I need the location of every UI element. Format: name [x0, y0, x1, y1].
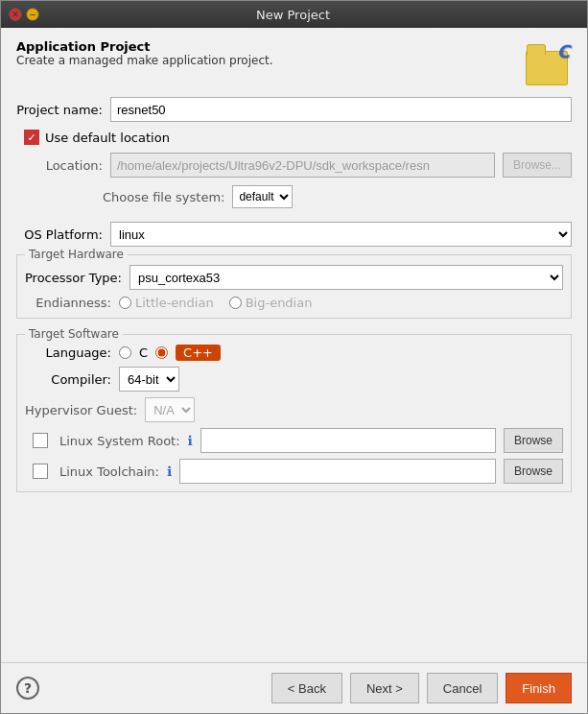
linux-toolchain-label: Linux Toolchain:: [59, 464, 159, 479]
header-section: Application Project Create a managed mak…: [16, 39, 572, 85]
little-endian-radio[interactable]: [119, 297, 131, 309]
footer: ? < Back Next > Cancel Finish: [1, 662, 587, 713]
big-endian-label: Big-endian: [246, 296, 313, 310]
window-title: New Project: [45, 8, 541, 22]
language-c-label: C: [139, 345, 148, 360]
project-icon: C: [526, 39, 572, 85]
location-row: Location: Browse...: [16, 153, 572, 178]
os-platform-label: OS Platform:: [16, 227, 103, 242]
page-title: Application Project: [16, 39, 273, 54]
endianness-radio-group: Little-endian Big-endian: [119, 296, 312, 310]
language-row: Language: C C++: [25, 345, 563, 361]
help-button[interactable]: ?: [16, 677, 39, 700]
language-label: Language:: [25, 345, 111, 360]
use-default-location-label: Use default location: [45, 131, 170, 145]
big-endian-radio[interactable]: [229, 297, 242, 309]
little-endian-label: Little-endian: [135, 296, 214, 310]
linux-sysroot-info-icon[interactable]: ℹ: [188, 433, 193, 448]
target-hardware-section: Target Hardware Processor Type: psu_cort…: [16, 254, 572, 319]
main-content: Application Project Create a managed mak…: [1, 28, 587, 662]
hypervisor-row: Hypervisor Guest: N/A: [25, 397, 563, 422]
compiler-label: Compiler:: [25, 372, 111, 387]
project-name-input[interactable]: [110, 97, 572, 122]
window-controls: ✕ −: [9, 8, 39, 21]
location-input[interactable]: [110, 153, 495, 178]
minimize-button[interactable]: −: [26, 8, 39, 21]
os-platform-select[interactable]: linux: [110, 222, 572, 247]
language-cpp-radio[interactable]: [155, 346, 168, 359]
linux-sysroot-row: Linux System Root: ℹ Browse: [25, 428, 563, 453]
title-bar: ✕ − New Project: [1, 1, 587, 28]
hypervisor-select[interactable]: N/A: [145, 397, 195, 422]
page-subtitle: Create a managed make application projec…: [16, 54, 273, 67]
compiler-row: Compiler: 64-bit: [25, 367, 563, 392]
endianness-row: Endianness: Little-endian Big-endian: [25, 296, 563, 310]
back-button[interactable]: < Back: [271, 673, 342, 703]
linux-sysroot-browse-button[interactable]: Browse: [504, 428, 563, 453]
compiler-select[interactable]: 64-bit: [119, 367, 179, 392]
linux-toolchain-info-icon[interactable]: ℹ: [167, 464, 172, 479]
processor-type-label: Processor Type:: [25, 271, 122, 285]
little-endian-option[interactable]: Little-endian: [119, 296, 214, 310]
next-button[interactable]: Next >: [350, 673, 419, 703]
use-default-location-checkbox[interactable]: [24, 130, 39, 145]
cancel-button[interactable]: Cancel: [427, 673, 498, 703]
project-name-label: Project name:: [16, 103, 103, 117]
hypervisor-label: Hypervisor Guest:: [25, 403, 137, 417]
processor-type-row: Processor Type: psu_cortexa53: [25, 265, 563, 290]
linux-sysroot-label: Linux System Root:: [59, 434, 180, 448]
filesystem-row: Choose file system: default: [103, 185, 572, 208]
os-platform-row: OS Platform: linux: [16, 222, 572, 247]
filesystem-label: Choose file system:: [103, 190, 224, 204]
processor-type-select[interactable]: psu_cortexa53: [129, 265, 563, 290]
linux-toolchain-input[interactable]: [179, 459, 496, 484]
target-software-title: Target Software: [25, 327, 123, 341]
endianness-label: Endianness:: [25, 296, 111, 310]
linux-toolchain-browse-button[interactable]: Browse: [504, 459, 563, 484]
language-c-radio[interactable]: [119, 346, 131, 359]
linux-toolchain-checkbox[interactable]: [33, 464, 48, 479]
target-hardware-title: Target Hardware: [25, 248, 128, 261]
finish-button[interactable]: Finish: [506, 673, 572, 703]
language-radio-group: C C++: [119, 345, 221, 361]
filesystem-select[interactable]: default: [232, 185, 293, 208]
use-default-location-row: Use default location: [24, 130, 572, 145]
c-icon: C: [557, 41, 570, 61]
location-browse-button[interactable]: Browse...: [503, 153, 572, 178]
big-endian-option[interactable]: Big-endian: [229, 296, 313, 310]
target-software-section: Target Software Language: C C++ Compiler…: [16, 334, 572, 492]
linux-toolchain-row: Linux Toolchain: ℹ Browse: [25, 459, 563, 484]
header-text: Application Project Create a managed mak…: [16, 39, 273, 67]
linux-sysroot-input[interactable]: [200, 428, 496, 453]
linux-sysroot-checkbox[interactable]: [33, 433, 48, 448]
form-section: Project name: Use default location Locat…: [16, 97, 572, 651]
window: ✕ − New Project Application Project Crea…: [0, 0, 588, 714]
language-cpp-label: C++: [176, 345, 221, 361]
close-button[interactable]: ✕: [9, 8, 22, 21]
project-name-row: Project name:: [16, 97, 572, 122]
location-label: Location:: [16, 158, 103, 173]
